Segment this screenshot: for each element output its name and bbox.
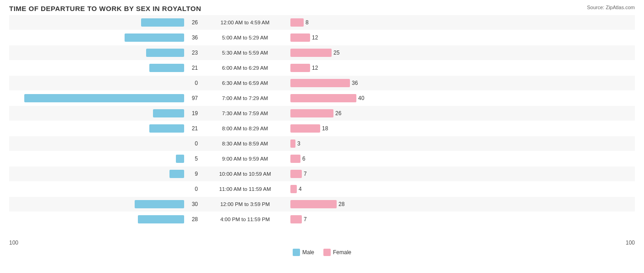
female-value: 28 [338,201,352,207]
right-section: 25 [289,49,635,57]
female-value: 26 [335,110,349,117]
time-label: 6:00 AM to 6:29 AM [202,65,289,71]
male-value: 19 [184,110,198,117]
female-bar [290,215,302,223]
right-section: 3 [289,139,635,148]
right-section: 7 [289,215,635,223]
axis-row: 100 100 [9,240,635,246]
right-section: 26 [289,109,635,117]
male-bar [135,200,184,208]
left-bar-container [9,124,184,133]
female-value: 7 [304,171,317,177]
legend: Male Female [9,249,635,256]
female-value: 12 [312,34,326,41]
chart-row: 21 8:00 AM to 8:29 AM 18 [9,121,635,136]
time-label: 4:00 PM to 11:59 PM [202,217,289,222]
chart-row: 28 4:00 PM to 11:59 PM 7 [9,212,635,227]
male-bar [169,170,184,178]
female-bar [290,109,333,117]
chart-row: 23 5:30 AM to 5:59 AM 25 [9,45,635,60]
chart-row: 5 9:00 AM to 9:59 AM 6 [9,151,635,166]
right-section: 4 [289,185,635,193]
female-bar [290,139,295,148]
male-value: 21 [184,65,198,71]
chart-row: 19 7:30 AM to 7:59 AM 26 [9,106,635,121]
right-section: 40 [289,94,635,102]
chart-row: 97 7:00 AM to 7:29 AM 40 [9,91,635,106]
male-value: 5 [184,156,198,162]
left-section: 0 [9,79,202,87]
chart-container: TIME OF DEPARTURE TO WORK BY SEX IN ROYA… [0,0,644,273]
female-bar [290,18,304,27]
left-bar-container [9,155,184,163]
left-section: 30 [9,200,202,208]
female-bar [290,49,332,57]
left-bar-container [9,170,184,178]
right-section: 7 [289,170,635,178]
male-value: 26 [184,19,198,26]
chart-row: 0 6:30 AM to 6:59 AM 36 [9,76,635,90]
time-label: 12:00 PM to 3:59 PM [202,201,289,207]
left-bar-container [9,49,184,57]
female-value: 7 [304,216,317,223]
axis-right: 100 [289,240,635,246]
male-value: 0 [184,186,198,192]
left-section: 28 [9,215,202,223]
left-bar-container [9,94,184,102]
female-value: 18 [322,125,336,132]
left-section: 26 [9,18,202,27]
right-section: 6 [289,155,635,163]
male-value: 0 [184,140,198,147]
axis-left: 100 [9,240,202,246]
axis-left-value: 100 [9,240,27,246]
left-section: 19 [9,109,202,117]
chart-title: TIME OF DEPARTURE TO WORK BY SEX IN ROYA… [9,5,635,12]
male-value: 36 [184,34,198,41]
male-bar [125,33,184,42]
left-section: 36 [9,33,202,42]
time-label: 10:00 AM to 10:59 AM [202,171,289,177]
female-legend-box [323,249,331,256]
left-section: 0 [9,139,202,148]
chart-row: 21 6:00 AM to 6:29 AM 12 [9,61,635,75]
chart-row: 0 8:30 AM to 8:59 AM 3 [9,136,635,151]
male-value: 23 [184,50,198,56]
right-section: 8 [289,18,635,27]
male-bar [24,94,184,102]
time-label: 12:00 AM to 4:59 AM [202,20,289,25]
legend-male: Male [293,249,314,256]
left-bar-container [9,200,184,208]
male-value: 97 [184,95,198,101]
time-label: 6:30 AM to 6:59 AM [202,80,289,86]
time-label: 8:00 AM to 8:29 AM [202,126,289,131]
axis-right-value: 100 [617,240,635,246]
female-bar [290,33,310,42]
time-label: 5:30 AM to 5:59 AM [202,50,289,56]
female-bar [290,170,302,178]
female-bar [290,124,320,133]
male-bar [141,18,184,27]
male-legend-box [293,249,300,256]
source-text: Source: ZipAtlas.com [587,5,635,10]
chart-area: 26 12:00 AM to 4:59 AM 8 36 5:00 AM to 5… [9,15,635,238]
female-value: 4 [299,186,312,192]
right-section: 18 [289,124,635,133]
female-bar [290,200,337,208]
left-bar-container [9,79,184,87]
left-section: 5 [9,155,202,163]
left-bar-container [9,18,184,27]
left-section: 21 [9,124,202,133]
female-value: 6 [302,156,316,162]
male-bar [176,155,184,163]
female-bar [290,64,310,72]
left-section: 9 [9,170,202,178]
right-section: 28 [289,200,635,208]
time-label: 9:00 AM to 9:59 AM [202,156,289,162]
male-bar [146,49,184,57]
female-value: 40 [358,95,372,101]
male-value: 9 [184,171,198,177]
male-value: 28 [184,216,198,223]
legend-female: Female [323,249,351,256]
right-section: 36 [289,79,635,87]
chart-row: 0 11:00 AM to 11:59 AM 4 [9,182,635,196]
